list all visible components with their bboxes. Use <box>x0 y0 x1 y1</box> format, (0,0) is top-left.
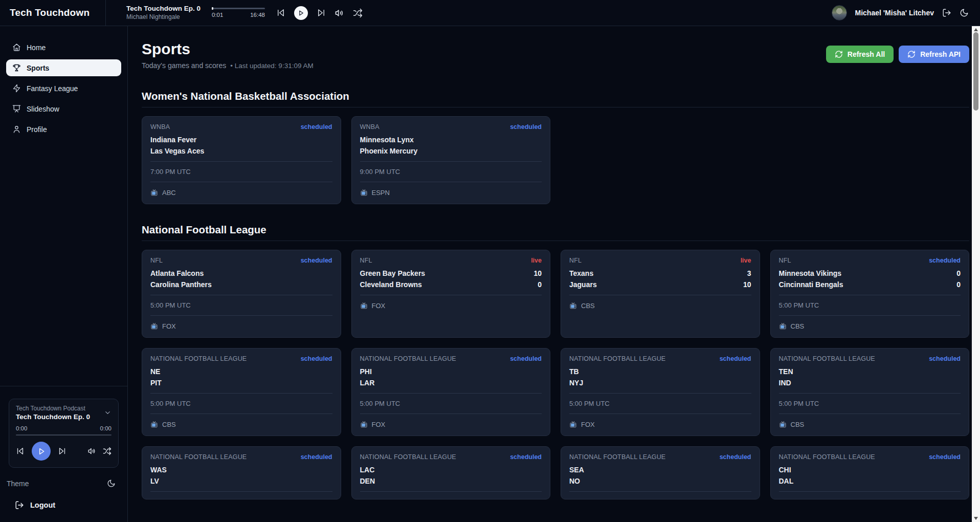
sidebar-theme-toggle[interactable] <box>107 479 116 488</box>
tv-network: CBS <box>581 302 595 310</box>
mini-player-meta: Tech Touchdown Podcast Tech Touchdown Ep… <box>16 405 90 421</box>
team-name: DAL <box>779 477 794 485</box>
league-label: NATIONAL FOOTBALL LEAGUE <box>150 453 247 461</box>
teams: NE PIT <box>150 367 332 387</box>
sections: Women's National Basketball Association … <box>142 90 969 499</box>
refresh-api-button[interactable]: Refresh API <box>899 46 969 63</box>
teams: Indiana Fever Las Vegas Aces <box>150 136 332 155</box>
card-header: NATIONAL FOOTBALL LEAGUE scheduled <box>779 453 961 461</box>
volume-icon <box>87 447 96 455</box>
team-name: LAC <box>360 466 375 474</box>
team-row: WAS <box>150 466 332 474</box>
tv-icon <box>150 421 158 428</box>
sidebar-bottom: Tech Touchdown Podcast Tech Touchdown Ep… <box>0 386 127 522</box>
mini-player: Tech Touchdown Podcast Tech Touchdown Ep… <box>9 399 119 468</box>
team-name: WAS <box>150 466 167 474</box>
theme-label: Theme <box>7 480 29 488</box>
episode-selector[interactable]: Tech Touchdown Podcast Tech Touchdown Ep… <box>16 405 112 421</box>
card-divider <box>360 491 542 492</box>
team-score: 0 <box>956 280 961 289</box>
game-card: NFL scheduled Atlanta Falcons Carolina P… <box>142 250 341 338</box>
status-badge: scheduled <box>301 453 332 461</box>
play-button[interactable] <box>294 6 308 20</box>
app-title: Tech Touchdown <box>10 7 90 18</box>
theme-toggle-button[interactable] <box>960 8 969 17</box>
team-name: LAR <box>360 379 375 387</box>
game-time: 5:00 PM UTC <box>779 295 961 315</box>
mini-seek-bar[interactable] <box>16 434 112 436</box>
tv-icon <box>360 302 368 310</box>
team-row: DAL <box>779 477 961 485</box>
mini-volume-button[interactable] <box>87 447 96 455</box>
page-header-text: Sports Today's games and scores • Last u… <box>142 40 314 70</box>
team-score: 0 <box>956 269 961 277</box>
logout-icon <box>942 8 951 17</box>
scrollbar-thumb[interactable] <box>973 32 978 111</box>
team-name: CHI <box>779 466 791 474</box>
status-badge: scheduled <box>929 453 961 461</box>
skip-back-button[interactable] <box>276 8 285 17</box>
game-card: NATIONAL FOOTBALL LEAGUE scheduled CHI D… <box>770 446 970 499</box>
league-label: NFL <box>360 257 372 264</box>
seek-area: 0:01 16:48 <box>212 8 265 18</box>
team-name: Phoenix Mercury <box>360 147 418 155</box>
game-time: 5:00 PM UTC <box>779 394 961 414</box>
mini-skip-back-button[interactable] <box>16 447 25 455</box>
league-label: NATIONAL FOOTBALL LEAGUE <box>360 355 456 362</box>
section-title: National Football League <box>142 224 969 236</box>
card-header: NFL live <box>360 257 542 264</box>
team-row: PHI <box>360 367 542 376</box>
team-row: Indiana Fever <box>150 136 332 144</box>
mini-play-button[interactable] <box>32 442 51 461</box>
shuffle-button[interactable] <box>353 8 363 18</box>
scrollbar[interactable] <box>972 26 980 522</box>
card-header: NFL scheduled <box>779 257 961 264</box>
section-divider <box>142 107 969 107</box>
tv-row: CBS <box>779 316 961 330</box>
teams: WAS LV <box>150 466 332 485</box>
teams: Minnesota Lynx Phoenix Mercury <box>360 136 542 155</box>
game-time: 5:00 PM UTC <box>360 394 542 414</box>
avatar[interactable] <box>832 5 847 20</box>
game-time: 5:00 PM UTC <box>150 295 332 315</box>
presentation-icon <box>12 104 21 113</box>
scrollbar-down-arrow[interactable] <box>974 517 978 520</box>
logout-button-top[interactable] <box>942 8 951 17</box>
sidebar-item-profile[interactable]: Profile <box>6 121 121 138</box>
team-row: Atlanta Falcons <box>150 269 332 277</box>
refresh-all-button[interactable]: Refresh All <box>826 46 894 63</box>
theme-row: Theme <box>9 479 119 488</box>
card-divider <box>150 491 332 492</box>
card-header: NATIONAL FOOTBALL LEAGUE scheduled <box>150 453 332 461</box>
sidebar-item-label: Profile <box>27 125 47 134</box>
top-bar: Tech Touchdown Tech Touchdown Ep. 0 Mich… <box>0 0 980 26</box>
cards-grid: WNBA scheduled Indiana Fever Las Vegas A… <box>142 116 969 204</box>
league-label: WNBA <box>150 123 170 130</box>
tv-network: FOX <box>162 322 176 330</box>
card-header: NATIONAL FOOTBALL LEAGUE scheduled <box>779 355 961 362</box>
sidebar-item-fantasy-league[interactable]: Fantasy League <box>6 80 121 97</box>
teams: TB NYJ <box>569 367 751 387</box>
seek-bar[interactable] <box>212 8 265 9</box>
team-row: Minnesota Lynx <box>360 136 542 144</box>
skip-forward-button[interactable] <box>317 8 326 17</box>
volume-button[interactable] <box>335 8 344 18</box>
mini-shuffle-button[interactable] <box>103 447 112 455</box>
page-header: Sports Today's games and scores • Last u… <box>142 40 969 70</box>
tv-icon <box>569 421 577 428</box>
team-score: 0 <box>538 280 542 289</box>
sidebar-item-label: Slideshow <box>27 105 59 113</box>
sidebar-nav: Home Sports Fantasy League Slideshow Pro… <box>0 26 127 138</box>
last-updated-text: • Last updated: 9:31:09 AM <box>230 62 313 70</box>
teams: SEA NO <box>569 466 751 485</box>
logout-button[interactable]: Logout <box>15 501 119 510</box>
header-buttons: Refresh All Refresh API <box>826 46 969 63</box>
sidebar-item-sports[interactable]: Sports <box>6 59 121 76</box>
teams: Minnesota Vikings 0 Cincinnati Bengals 0 <box>779 269 961 289</box>
scrollbar-up-arrow[interactable] <box>974 28 978 31</box>
mini-skip-forward-button[interactable] <box>58 447 66 455</box>
sidebar-item-slideshow[interactable]: Slideshow <box>6 100 121 117</box>
sidebar-item-home[interactable]: Home <box>6 39 121 56</box>
refresh-icon <box>835 50 843 58</box>
card-header: NATIONAL FOOTBALL LEAGUE scheduled <box>569 355 751 362</box>
